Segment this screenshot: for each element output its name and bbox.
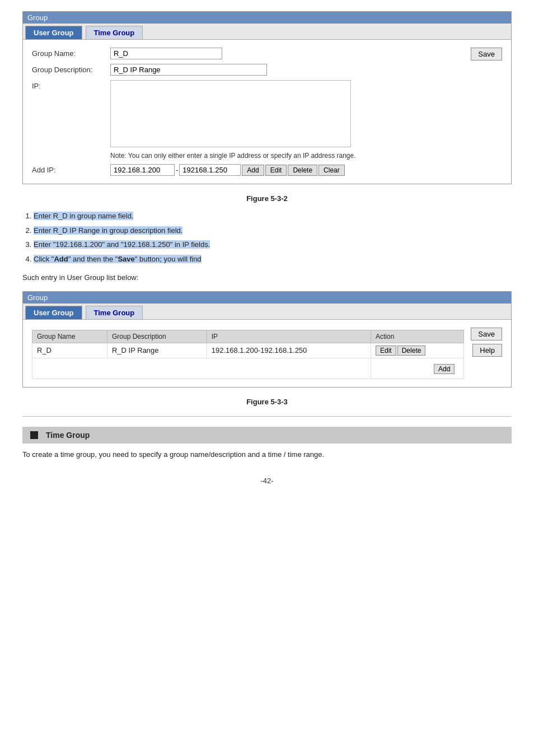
list-item-4: Click "Add" and then the "Save" button; … (34, 254, 512, 265)
td-action: Edit Delete (371, 343, 464, 358)
form-row-desc: Group Description: (32, 64, 462, 76)
table-row-empty: Add (32, 358, 464, 379)
panel-body-1: Group Name: Group Description: IP: (23, 40, 511, 184)
td-empty (32, 358, 371, 379)
form-area-1: Group Name: Group Description: IP: (32, 48, 462, 176)
td-group-name: R_D (32, 343, 107, 358)
tab-time-group-1[interactable]: Time Group (86, 26, 143, 39)
tab-user-group-1[interactable]: User Group (25, 26, 82, 39)
panel-header-2: Group (23, 292, 511, 304)
td-group-desc: R_D IP Range (107, 343, 207, 358)
table-row: R_D R_D IP Range 192.168.1.200-192.168.1… (32, 343, 464, 358)
bold-add: Add (54, 255, 68, 263)
th-group-name: Group Name (32, 330, 107, 343)
table-body: R_D R_D IP Range 192.168.1.200-192.168.1… (32, 343, 464, 379)
tab-bar-1: User Group Time Group (23, 24, 511, 40)
instructions-list: Enter R_D in group name field. Enter R_D… (34, 211, 512, 264)
section-header-time-group: Time Group (22, 427, 512, 444)
panel2-right-buttons: Save Help (471, 328, 502, 357)
btn-edit-row[interactable]: Edit (376, 346, 396, 356)
table-area: Group Name Group Description IP Action (32, 328, 502, 379)
list-item-3: Enter "192.168.1.200" and "192.168.1.250… (34, 239, 512, 250)
input-add-ip2[interactable] (179, 164, 241, 176)
panel-title-2: Group (27, 293, 48, 302)
section-title: Time Group (46, 431, 90, 440)
th-ip: IP (207, 330, 371, 343)
input-group-name[interactable] (110, 48, 222, 59)
td-add-btn: Add (371, 358, 464, 379)
table-container: Group Name Group Description IP Action (32, 328, 464, 379)
tab-user-group-2[interactable]: User Group (25, 306, 82, 319)
bold-save: Save (118, 255, 134, 263)
th-group-desc: Group Description (107, 330, 207, 343)
form-row-name: Group Name: (32, 48, 462, 59)
panel-header-1: Group (23, 12, 511, 24)
panel-top-row-1: Group Name: Group Description: IP: (32, 48, 502, 176)
tab-time-group-2[interactable]: Time Group (86, 306, 143, 319)
list-item-2: Enter R_D IP Range in group description … (34, 225, 512, 236)
btn-delete-row[interactable]: Delete (397, 346, 426, 356)
btn-add-ip[interactable]: Add (242, 165, 264, 176)
form-row-ip: IP: (32, 80, 462, 147)
action-buttons: Edit Delete (376, 346, 459, 356)
user-group-table: Group Name Group Description IP Action (32, 330, 464, 379)
label-group-desc: Group Description: (32, 64, 110, 74)
add-row-area: Add (376, 361, 459, 376)
table-header-row: Group Name Group Description IP Action (32, 330, 464, 343)
list-item-1: Enter R_D in group name field. (34, 211, 512, 222)
input-add-ip1[interactable] (110, 164, 175, 176)
tab-bar-2: User Group Time Group (23, 304, 511, 320)
page-footer: -42- (22, 477, 512, 485)
label-ip: IP: (32, 80, 110, 90)
btn-edit-ip[interactable]: Edit (265, 165, 287, 176)
save-button-1[interactable]: Save (471, 48, 502, 60)
btn-clear-ip[interactable]: Clear (318, 165, 345, 176)
section-icon (30, 431, 38, 439)
table-head: Group Name Group Description IP Action (32, 330, 464, 343)
figure-caption-1: Figure 5-3-2 (22, 194, 512, 203)
label-group-name: Group Name: (32, 48, 110, 58)
add-ip-row: Add IP: - Add Edit Delete Clear (32, 164, 462, 176)
panel-figure1: Group User Group Time Group Group Name: (22, 11, 512, 184)
ip-separator: - (176, 166, 178, 174)
btn-delete-ip[interactable]: Delete (288, 165, 317, 176)
figure-caption-2: Figure 5-3-3 (22, 398, 512, 406)
ip-note: Note: You can only either enter a single… (110, 152, 462, 160)
label-add-ip: Add IP: (32, 166, 110, 174)
panel-body-2: Group Name Group Description IP Action (23, 320, 511, 387)
save-area-1: Save (471, 48, 502, 60)
help-button[interactable]: Help (472, 344, 502, 357)
th-action: Action (371, 330, 464, 343)
td-ip: 192.168.1.200-192.168.1.250 (207, 343, 371, 358)
panel-figure2: Group User Group Time Group Group Name (22, 291, 512, 388)
panel-title-1: Group (27, 13, 48, 22)
btn-add-row[interactable]: Add (434, 364, 455, 374)
section-description: To create a time group, you need to spec… (22, 449, 512, 460)
section-divider (22, 416, 512, 417)
textarea-ip[interactable] (110, 80, 351, 147)
save-button-2[interactable]: Save (471, 328, 502, 340)
paragraph-text: Such entry in User Group list below: (22, 272, 512, 283)
input-group-desc[interactable] (110, 64, 267, 76)
